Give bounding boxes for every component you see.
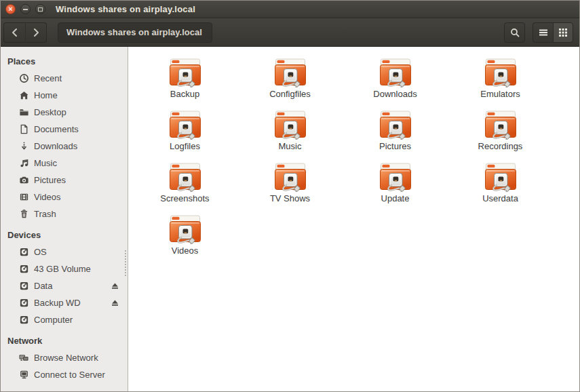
folder-label: Videos bbox=[172, 246, 199, 256]
toolbar: Windows shares on airplay.local bbox=[1, 18, 579, 47]
drive-icon bbox=[18, 264, 29, 275]
maximize-icon bbox=[38, 7, 43, 12]
back-icon bbox=[9, 27, 20, 38]
content-pane: Backup Configfiles Downloa bbox=[128, 47, 579, 391]
sidebar-item-browse-network[interactable]: Browse Network bbox=[1, 349, 128, 366]
sidebar-item-home[interactable]: Home bbox=[1, 87, 128, 104]
shared-network-folder-icon bbox=[274, 162, 307, 193]
folder-label: Emulators bbox=[480, 89, 520, 99]
sidebar-resize-handle[interactable] bbox=[125, 250, 127, 276]
shared-network-folder-icon bbox=[484, 110, 517, 141]
folder-label: TV Shows bbox=[270, 193, 310, 203]
sidebar-item-os[interactable]: OS bbox=[1, 243, 128, 260]
sidebar-item-43-gb-volume[interactable]: 43 GB Volume bbox=[1, 260, 128, 277]
close-button[interactable]: × bbox=[5, 4, 16, 14]
sidebar-item-label: Trash bbox=[34, 209, 56, 219]
shared-network-folder-icon bbox=[379, 162, 412, 193]
sidebar-item-label: Music bbox=[34, 158, 57, 168]
back-button[interactable] bbox=[3, 22, 25, 43]
forward-button[interactable] bbox=[25, 22, 47, 43]
minimize-button[interactable] bbox=[20, 4, 31, 14]
titlebar: × Windows shares on airplay.local bbox=[1, 1, 579, 18]
drive-icon bbox=[18, 281, 29, 292]
forward-icon bbox=[31, 27, 41, 38]
folder-item[interactable]: Backup bbox=[132, 58, 237, 110]
sidebar-item-label: Data bbox=[34, 281, 52, 291]
folder-label: Logfiles bbox=[170, 141, 200, 151]
folder-grid: Backup Configfiles Downloa bbox=[132, 58, 579, 267]
folder-label: Update bbox=[381, 193, 410, 203]
sidebar-item-connect-to-server[interactable]: Connect to Server bbox=[1, 366, 128, 383]
sidebar-item-backup-wd[interactable]: Backup WD bbox=[1, 294, 128, 311]
shared-network-folder-icon bbox=[274, 110, 307, 141]
sidebar-item-label: Recent bbox=[34, 73, 62, 83]
grid-view-button[interactable] bbox=[553, 22, 573, 43]
sidebar-item-documents[interactable]: Documents bbox=[1, 121, 128, 138]
download-icon bbox=[18, 141, 29, 152]
maximize-button[interactable] bbox=[35, 4, 45, 14]
sidebar-item-recent[interactable]: Recent bbox=[1, 70, 128, 87]
sidebar-item-pictures[interactable]: Pictures bbox=[1, 172, 128, 189]
sidebar-section-header: Places bbox=[1, 53, 128, 70]
sidebar-item-desktop[interactable]: Desktop bbox=[1, 104, 128, 121]
network-icon bbox=[18, 353, 29, 364]
camera-icon bbox=[18, 175, 29, 186]
sidebar-item-label: 43 GB Volume bbox=[34, 264, 91, 274]
sidebar-item-label: Connect to Server bbox=[34, 370, 105, 380]
folder-item[interactable]: Screenshots bbox=[132, 162, 237, 214]
sidebar-item-label: Home bbox=[34, 90, 58, 100]
shared-network-folder-icon bbox=[169, 214, 201, 246]
film-icon bbox=[18, 192, 29, 203]
folder-item[interactable]: Logfiles bbox=[132, 110, 237, 162]
clock-icon bbox=[18, 73, 29, 84]
shared-network-folder-icon bbox=[274, 58, 307, 89]
document-icon bbox=[18, 124, 29, 135]
list-view-icon bbox=[539, 28, 548, 37]
folder-label: Recordings bbox=[478, 141, 523, 151]
eject-button[interactable] bbox=[109, 280, 121, 292]
folder-label: Backup bbox=[170, 89, 199, 99]
sidebar-item-label: Documents bbox=[34, 124, 79, 134]
sidebar-section-header: Network bbox=[1, 332, 128, 349]
shared-network-folder-icon bbox=[484, 162, 517, 193]
list-view-button[interactable] bbox=[533, 22, 553, 43]
sidebar-item-computer[interactable]: Computer bbox=[1, 311, 128, 328]
home-icon bbox=[18, 90, 29, 101]
sidebar-item-label: OS bbox=[34, 247, 47, 257]
sidebar: PlacesRecentHomeDesktopDocumentsDownload… bbox=[1, 47, 128, 391]
sidebar-item-data[interactable]: Data bbox=[1, 277, 128, 294]
sidebar-item-label: Backup WD bbox=[34, 298, 81, 308]
drive-icon bbox=[18, 247, 29, 258]
sidebar-item-label: Videos bbox=[34, 192, 61, 202]
window-body: PlacesRecentHomeDesktopDocumentsDownload… bbox=[1, 47, 579, 391]
folder-item[interactable]: Userdata bbox=[448, 162, 553, 214]
folder-item[interactable]: Pictures bbox=[343, 110, 448, 162]
folder-item[interactable]: Downloads bbox=[343, 58, 448, 110]
folder-item[interactable]: Music bbox=[237, 110, 343, 162]
sidebar-item-downloads[interactable]: Downloads bbox=[1, 138, 128, 155]
sidebar-item-trash[interactable]: Trash bbox=[1, 205, 128, 222]
folder-item[interactable]: Configfiles bbox=[237, 58, 343, 110]
folder-item[interactable]: Videos bbox=[132, 214, 237, 267]
location-breadcrumb[interactable]: Windows shares on airplay.local bbox=[58, 22, 212, 43]
shared-network-folder-icon bbox=[169, 110, 201, 141]
folder-label: Pictures bbox=[379, 141, 411, 151]
view-toggle-group bbox=[533, 22, 573, 43]
grid-view-icon bbox=[558, 28, 568, 37]
folder-icon bbox=[18, 107, 29, 118]
sidebar-item-videos[interactable]: Videos bbox=[1, 189, 128, 205]
file-manager-window: × Windows shares on airplay.local Window… bbox=[0, 0, 580, 392]
sidebar-item-label: Pictures bbox=[34, 175, 66, 185]
eject-button[interactable] bbox=[109, 297, 121, 309]
folder-item[interactable]: Update bbox=[343, 162, 448, 214]
search-button[interactable] bbox=[504, 22, 525, 43]
folder-item[interactable]: TV Shows bbox=[237, 162, 343, 214]
trash-icon bbox=[18, 209, 29, 220]
sidebar-section-header: Devices bbox=[1, 227, 128, 243]
nav-button-group bbox=[3, 22, 47, 43]
sidebar-item-music[interactable]: Music bbox=[1, 155, 128, 172]
server-icon bbox=[18, 370, 29, 380]
folder-item[interactable]: Emulators bbox=[448, 58, 553, 110]
folder-item[interactable]: Recordings bbox=[448, 110, 553, 162]
window-title: Windows shares on airplay.local bbox=[56, 4, 195, 14]
